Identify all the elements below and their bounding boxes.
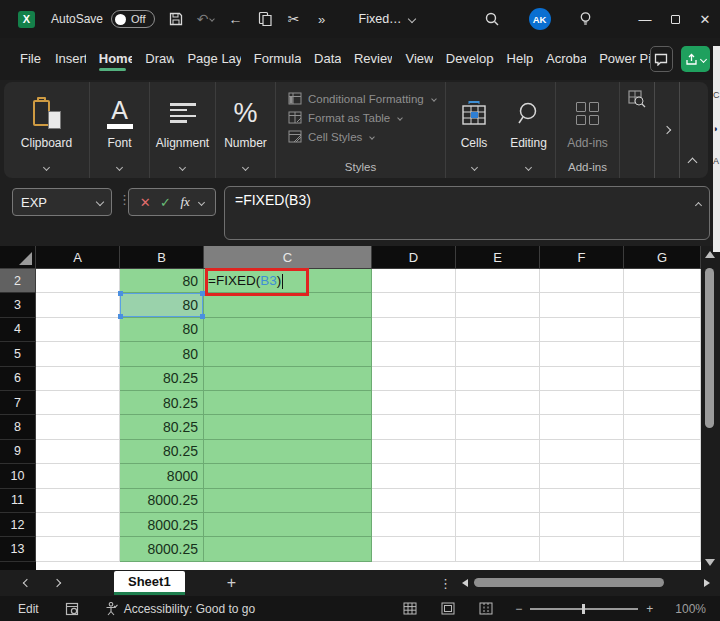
cell[interactable] <box>624 464 701 488</box>
format-as-table-button[interactable]: Format as Table <box>288 111 402 124</box>
cell[interactable]: 80 <box>120 318 204 342</box>
cell[interactable] <box>372 537 456 561</box>
row-header[interactable]: 11 <box>0 489 36 513</box>
sheet-tab-sheet1[interactable]: Sheet1 <box>114 571 185 595</box>
selection-handle[interactable] <box>200 291 205 296</box>
cell[interactable] <box>540 391 624 415</box>
cell[interactable] <box>204 489 372 513</box>
cell-b2[interactable]: 80 <box>120 269 204 293</box>
autosave-toggle[interactable]: Off <box>111 10 154 28</box>
get-addins-icon[interactable] <box>628 90 646 112</box>
cell[interactable] <box>540 318 624 342</box>
document-title[interactable]: Fixed… <box>359 12 415 26</box>
cell[interactable] <box>540 537 624 561</box>
cell[interactable] <box>204 415 372 439</box>
cell[interactable] <box>456 537 540 561</box>
column-header-c[interactable]: C <box>204 246 372 269</box>
row-header[interactable]: 6 <box>0 367 36 391</box>
cell[interactable] <box>540 342 624 366</box>
ribbon-more-button[interactable] <box>654 82 680 178</box>
formula-bar-input[interactable]: =FIXED(B3) <box>224 186 710 240</box>
cell[interactable] <box>540 269 624 293</box>
next-sheet-icon[interactable] <box>42 580 72 586</box>
cell[interactable] <box>540 293 624 317</box>
cell[interactable] <box>456 293 540 317</box>
cell[interactable] <box>36 342 120 366</box>
cell[interactable] <box>624 415 701 439</box>
confirm-entry-icon[interactable]: ✓ <box>160 195 171 210</box>
font-group[interactable]: A Font <box>90 82 150 178</box>
cell[interactable] <box>540 440 624 464</box>
zoom-slider-handle[interactable] <box>582 604 585 614</box>
row-header[interactable]: 12 <box>0 513 36 537</box>
tab-home[interactable]: Home <box>93 45 133 74</box>
cell[interactable] <box>624 440 701 464</box>
cell[interactable]: 8000 <box>120 464 204 488</box>
selection-handle[interactable] <box>200 314 205 319</box>
name-box[interactable]: EXP <box>12 188 112 216</box>
toolbar-overflow-icon[interactable]: » <box>311 8 333 30</box>
undo-icon[interactable]: ↶ <box>195 8 217 30</box>
cell[interactable] <box>36 391 120 415</box>
search-icon[interactable] <box>481 8 503 30</box>
cell[interactable] <box>540 489 624 513</box>
cell[interactable] <box>372 269 456 293</box>
row-header[interactable]: 7 <box>0 391 36 415</box>
cell[interactable] <box>36 464 120 488</box>
cell[interactable]: 8000.25 <box>120 489 204 513</box>
cell[interactable] <box>456 513 540 537</box>
column-header-g[interactable]: G <box>624 246 701 269</box>
row-header[interactable]: 3 <box>0 293 36 317</box>
cell[interactable] <box>624 318 701 342</box>
maximize-button[interactable] <box>660 4 690 34</box>
row-header[interactable]: 8 <box>0 415 36 439</box>
alignment-group[interactable]: Alignment <box>150 82 216 178</box>
cell[interactable] <box>540 415 624 439</box>
tab-help[interactable]: Help <box>501 45 533 74</box>
cell[interactable] <box>456 415 540 439</box>
normal-view-icon[interactable] <box>403 602 417 615</box>
tab-developer[interactable]: Develope <box>440 45 494 74</box>
tab-view[interactable]: View <box>399 45 432 74</box>
tab-file[interactable]: File <box>14 45 42 74</box>
tab-formulas[interactable]: Formulas <box>248 45 301 74</box>
selection-handle[interactable] <box>118 291 123 296</box>
row-header[interactable]: 9 <box>0 440 36 464</box>
lightbulb-icon[interactable] <box>575 8 597 30</box>
tab-draw[interactable]: Draw <box>139 45 174 74</box>
tab-acrobat[interactable]: Acrobat <box>540 45 586 74</box>
cell[interactable]: 80.25 <box>120 391 204 415</box>
cell[interactable] <box>624 537 701 561</box>
cell[interactable] <box>36 440 120 464</box>
cell[interactable] <box>456 489 540 513</box>
cell[interactable] <box>204 537 372 561</box>
cell[interactable] <box>36 537 120 561</box>
cell[interactable] <box>204 293 372 317</box>
scroll-right-icon[interactable] <box>704 579 710 587</box>
cell[interactable] <box>540 367 624 391</box>
cell[interactable] <box>204 464 372 488</box>
row-header[interactable] <box>0 562 36 570</box>
cell[interactable] <box>372 440 456 464</box>
cell-styles-button[interactable]: Cell Styles <box>288 130 374 143</box>
add-sheet-icon[interactable]: + <box>227 574 236 592</box>
cell[interactable] <box>36 367 120 391</box>
cell[interactable] <box>456 342 540 366</box>
cut-icon[interactable]: ✂ <box>283 8 305 30</box>
vertical-scrollbar[interactable] <box>701 246 720 570</box>
cell[interactable] <box>372 367 456 391</box>
tab-insert[interactable]: Insert <box>49 45 86 74</box>
cell[interactable] <box>624 391 701 415</box>
cell[interactable] <box>36 269 120 293</box>
tab-page-layout[interactable]: Page Layo <box>181 45 240 74</box>
horizontal-scrollbar-thumb[interactable] <box>474 578 664 587</box>
insert-function-icon[interactable]: fx <box>180 194 189 210</box>
cell[interactable]: 80.25 <box>120 440 204 464</box>
macro-record-icon[interactable] <box>65 602 79 616</box>
clipboard-group[interactable]: Clipboard <box>4 82 90 178</box>
cell-c2-active[interactable]: =FIXED(B3) <box>204 269 372 293</box>
cell[interactable] <box>624 513 701 537</box>
zoom-level[interactable]: 100% <box>675 602 706 616</box>
cell[interactable] <box>456 440 540 464</box>
cell[interactable] <box>204 513 372 537</box>
